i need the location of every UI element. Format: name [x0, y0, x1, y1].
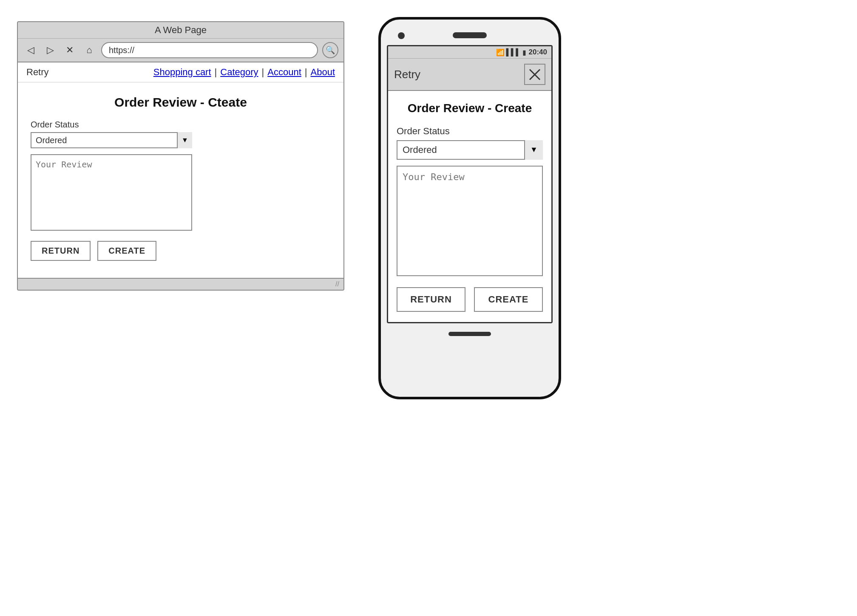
return-button[interactable]: RETURN [31, 241, 91, 261]
phone-camera [398, 32, 405, 39]
phone-content: Order Review - Create Order Status Order… [388, 91, 551, 322]
address-bar[interactable] [101, 42, 318, 58]
home-icon: ⌂ [86, 45, 92, 56]
order-status-select[interactable]: Ordered Pending Shipped Delivered Cancel… [31, 132, 192, 148]
nav-account[interactable]: Account [267, 67, 301, 78]
browser-navbar: Retry Shopping cart | Category | Account… [18, 62, 343, 82]
phone-time: 20:40 [529, 48, 547, 57]
nav-category[interactable]: Category [220, 67, 258, 78]
retry-label: Retry [26, 67, 49, 78]
battery-icon: ▮ [522, 48, 526, 57]
status-icons: 📶 ▌▌▌ ▮ [496, 48, 526, 57]
phone-status-bar: 📶 ▌▌▌ ▮ 20:40 [388, 46, 551, 59]
close-nav-icon: ✕ [66, 45, 74, 56]
wifi-icon: 📶 [496, 48, 505, 57]
order-status-label: Order Status [31, 120, 331, 130]
browser-footer: // [18, 278, 343, 290]
form-buttons: RETURN CREATE [31, 241, 331, 261]
phone-retry-label: Retry [394, 68, 420, 81]
forward-button[interactable]: ▷ [43, 42, 58, 58]
phone-review-textarea[interactable] [397, 166, 543, 276]
back-icon: ◁ [27, 45, 34, 56]
phone-close-button[interactable] [524, 64, 545, 85]
browser-title: A Web Page [18, 22, 343, 39]
phone-page-title: Order Review - Create [397, 101, 543, 116]
phone-order-status-select-wrapper: Ordered Pending Shipped Delivered Cancel… [397, 140, 543, 160]
create-button[interactable]: CREATE [97, 241, 156, 261]
mobile-phone: 📶 ▌▌▌ ▮ 20:40 Retry Order Review - Creat… [378, 17, 561, 399]
search-icon: 🔍 [326, 45, 335, 55]
forward-icon: ▷ [47, 45, 54, 56]
home-button[interactable]: ⌂ [82, 42, 97, 58]
browser-toolbar: ◁ ▷ ✕ ⌂ 🔍 [18, 39, 343, 62]
nav-shopping-cart[interactable]: Shopping cart [153, 67, 211, 78]
order-status-select-wrapper: Ordered Pending Shipped Delivered Cancel… [31, 132, 192, 148]
phone-return-button[interactable]: RETURN [397, 287, 465, 312]
nav-about[interactable]: About [311, 67, 335, 78]
review-textarea[interactable] [31, 154, 192, 231]
back-button[interactable]: ◁ [23, 42, 38, 58]
phone-form-buttons: RETURN CREATE [397, 287, 543, 312]
phone-navbar: Retry [388, 59, 551, 91]
page-title: Order Review - Cteate [31, 95, 331, 110]
desktop-browser: A Web Page ◁ ▷ ✕ ⌂ 🔍 [17, 21, 344, 291]
phone-order-status-label: Order Status [397, 126, 543, 137]
browser-title-text: A Web Page [155, 25, 207, 35]
phone-create-button[interactable]: CREATE [474, 287, 543, 312]
phone-order-status-select[interactable]: Ordered Pending Shipped Delivered Cancel… [397, 140, 543, 160]
browser-content: Order Review - Cteate Order Status Order… [18, 82, 343, 278]
close-nav-button[interactable]: ✕ [62, 42, 77, 58]
nav-links: Shopping cart | Category | Account | Abo… [153, 67, 335, 78]
phone-home-bar [448, 332, 491, 336]
search-button[interactable]: 🔍 [322, 42, 338, 58]
resize-handle-icon: // [335, 280, 339, 288]
signal-icon: ▌▌▌ [506, 48, 521, 56]
phone-screen: 📶 ▌▌▌ ▮ 20:40 Retry Order Review - Creat… [387, 45, 553, 323]
phone-speaker [453, 32, 487, 38]
